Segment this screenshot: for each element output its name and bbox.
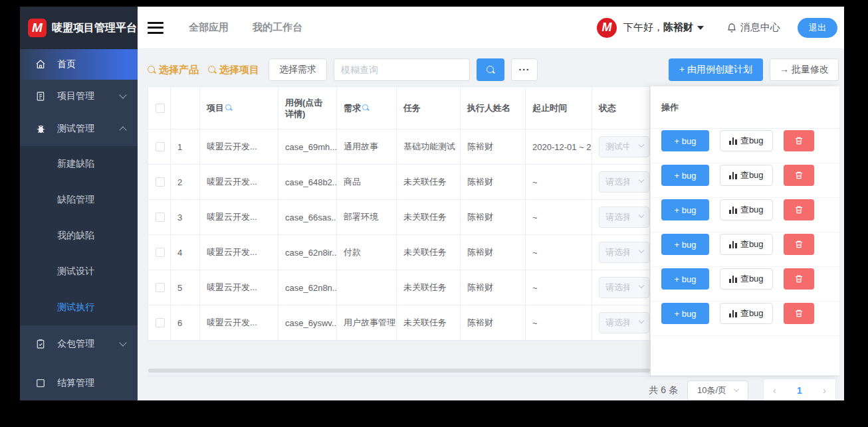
header-label: 用例(点击详情) xyxy=(285,97,331,120)
brand-logo-icon: M xyxy=(28,19,47,37)
chevron-down-icon xyxy=(639,283,644,288)
header-actions: 操作 xyxy=(651,86,839,129)
add-bug-button[interactable]: + bug xyxy=(661,303,709,324)
status-select[interactable]: 测试中 xyxy=(599,136,649,157)
cell-case-link[interactable]: case_69mh... xyxy=(278,129,337,165)
fuzzy-search-input[interactable] xyxy=(334,58,470,81)
status-select[interactable]: 请选择 xyxy=(599,312,649,333)
add-bug-button[interactable]: + bug xyxy=(661,165,709,186)
row-checkbox[interactable] xyxy=(156,248,165,257)
row-checkbox[interactable] xyxy=(156,213,165,222)
avatar[interactable]: M xyxy=(597,18,617,38)
select-all-checkbox[interactable] xyxy=(156,104,165,113)
nav-my-workbench[interactable]: 我的工作台 xyxy=(253,21,302,34)
delete-button[interactable] xyxy=(784,130,814,151)
view-bug-button[interactable]: 查bug xyxy=(720,199,773,220)
more-filters-button[interactable]: ··· xyxy=(511,58,538,81)
table-row-cell xyxy=(148,235,171,270)
logout-button[interactable]: 退出 xyxy=(798,18,837,38)
actions-fixed-column: 操作 + bug 查bug + bug 查bug + bug 查bug xyxy=(651,86,839,376)
cell-status: 请选择 xyxy=(592,235,650,270)
cell-case-link[interactable]: case_66sas... xyxy=(278,200,337,235)
next-page-button[interactable]: › xyxy=(823,385,826,396)
page-size-select[interactable]: 10条/页 xyxy=(687,381,748,400)
add-bug-button[interactable]: + bug xyxy=(661,234,709,255)
add-bug-button[interactable]: + bug xyxy=(661,268,709,290)
batch-edit-label: 批量修改 xyxy=(792,64,829,74)
view-bug-button[interactable]: 查bug xyxy=(720,130,773,151)
select-project-label: 选择项目 xyxy=(219,64,259,76)
logo-bar: M 唛盟项目管理平台 xyxy=(20,7,138,49)
pager: ‹ 1 › xyxy=(763,379,836,401)
header-index xyxy=(171,87,200,129)
view-bug-label: 查bug xyxy=(740,169,764,181)
chevron-down-icon xyxy=(639,318,644,323)
sidebar-item-project-mgmt[interactable]: 项目管理 xyxy=(20,80,138,112)
cell-time: ~ xyxy=(526,235,592,270)
horizontal-scrollbar[interactable] xyxy=(148,369,650,373)
actions-row: + bug 查bug xyxy=(651,129,839,163)
message-center-label: 消息中心 xyxy=(740,21,780,34)
search-icon[interactable] xyxy=(225,104,233,112)
view-bug-button[interactable]: 查bug xyxy=(720,234,773,255)
test-plan-table: 项目 用例(点击详情) 需求 任务 执行人姓名 起止时间 状态 1 唛盟云开发.… xyxy=(148,86,839,376)
search-button[interactable] xyxy=(477,58,504,81)
sidebar-item-test-execution[interactable]: 测试执行 xyxy=(20,290,138,325)
trash-icon xyxy=(794,309,804,318)
cell-demand: 部署环境 xyxy=(337,200,397,235)
view-bug-button[interactable]: 查bug xyxy=(720,268,773,290)
nav-all-apps[interactable]: 全部应用 xyxy=(189,21,229,34)
greeting-text: 下午好， xyxy=(623,21,663,33)
sidebar-item-partial[interactable]: 结算管理 xyxy=(20,366,138,400)
add-bug-button[interactable]: + bug xyxy=(661,199,709,220)
sidebar-item-home[interactable]: 首页 xyxy=(20,49,138,80)
current-page[interactable]: 1 xyxy=(797,385,802,396)
delete-button[interactable] xyxy=(784,268,814,290)
select-product-filter[interactable]: 选择产品 xyxy=(148,64,199,76)
sidebar-item-defect-mgmt[interactable]: 缺陷管理 xyxy=(20,182,138,218)
header-status: 状态 xyxy=(592,87,650,129)
sidebar-item-test-design[interactable]: 测试设计 xyxy=(20,254,138,290)
cell-case-link[interactable]: case_6yswv... xyxy=(278,305,337,341)
cell-case-link[interactable]: case_62n8n... xyxy=(278,270,337,305)
prev-page-button[interactable]: ‹ xyxy=(773,385,776,396)
select-demand-button[interactable]: 选择需求 xyxy=(269,58,327,81)
hamburger-menu-icon[interactable] xyxy=(148,22,163,34)
row-checkbox[interactable] xyxy=(156,318,165,327)
row-checkbox[interactable] xyxy=(156,177,165,187)
message-center-link[interactable]: 消息中心 xyxy=(726,21,780,34)
view-bug-button[interactable]: 查bug xyxy=(720,165,773,186)
sidebar-item-crowdsourcing[interactable]: 众包管理 xyxy=(20,325,138,362)
sidebar-item-new-defect[interactable]: 新建缺陷 xyxy=(20,146,138,182)
view-bug-button[interactable]: 查bug xyxy=(720,303,773,324)
status-select[interactable]: 请选择 xyxy=(599,171,649,193)
search-icon xyxy=(148,66,156,74)
sidebar-item-my-defects[interactable]: 我的缺陷 xyxy=(20,218,138,254)
row-checkbox[interactable] xyxy=(156,283,165,292)
caret-down-icon[interactable] xyxy=(697,26,704,30)
cell-index: 3 xyxy=(171,200,200,235)
status-select[interactable]: 请选择 xyxy=(599,207,649,228)
delete-button[interactable] xyxy=(784,165,814,186)
cell-case-link[interactable]: case_62n8ir... xyxy=(278,235,337,270)
status-select[interactable]: 请选择 xyxy=(599,242,649,263)
delete-button[interactable] xyxy=(784,199,814,220)
header-task: 任务 xyxy=(397,87,461,129)
add-bug-button[interactable]: + bug xyxy=(661,130,709,151)
status-select[interactable]: 请选择 xyxy=(599,277,649,298)
row-checkbox[interactable] xyxy=(156,142,165,151)
delete-button[interactable] xyxy=(784,303,814,324)
delete-button[interactable] xyxy=(784,234,814,255)
cell-executor: 陈裕财 xyxy=(461,235,526,270)
clipboard-check-icon xyxy=(35,338,47,350)
select-project-filter[interactable]: 选择项目 xyxy=(208,64,259,76)
bar-chart-icon xyxy=(729,276,737,283)
batch-edit-button[interactable]: → 批量修改 xyxy=(770,58,839,81)
search-icon[interactable] xyxy=(362,104,370,112)
create-plan-from-case-button[interactable]: + 由用例创建计划 xyxy=(669,58,763,81)
cell-case-link[interactable]: case_648b2... xyxy=(278,165,337,200)
table-row-cell xyxy=(148,200,171,235)
user-greeting[interactable]: 下午好，陈裕财 xyxy=(623,21,693,34)
sidebar-item-test-mgmt[interactable]: 测试管理 xyxy=(20,112,138,147)
header-case: 用例(点击详情) xyxy=(278,87,337,129)
